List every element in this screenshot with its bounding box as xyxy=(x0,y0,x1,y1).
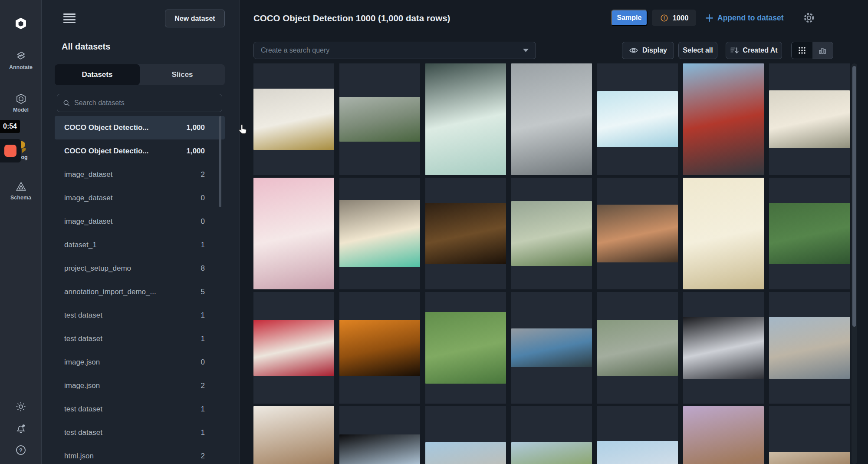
dataset-list: COCO Object Detectio...1,000 COCO Object… xyxy=(55,116,225,464)
grid-scrollbar-thumb[interactable] xyxy=(852,66,856,327)
thumbnail-photo xyxy=(253,406,334,464)
image-tile[interactable] xyxy=(425,292,506,404)
panel-tabs: Datasets Slices xyxy=(55,64,225,85)
tab-datasets[interactable]: Datasets xyxy=(55,64,140,85)
help-icon: ? xyxy=(15,444,27,456)
thumbnail-photo xyxy=(683,317,764,379)
image-tile[interactable] xyxy=(339,178,420,289)
dataset-list-item[interactable]: test dataset1 xyxy=(55,398,225,421)
sidebar-item-annotate[interactable]: Annotate xyxy=(0,50,42,70)
image-tile[interactable] xyxy=(339,292,420,404)
image-tile[interactable] xyxy=(511,292,592,404)
search-query-dropdown[interactable]: Create a search query xyxy=(253,42,536,59)
dataset-list-item[interactable]: project_setup_demo8 xyxy=(55,257,225,280)
dataset-list-item[interactable]: html.json2 xyxy=(55,444,225,464)
help-button[interactable]: ? xyxy=(0,444,42,456)
image-tile[interactable] xyxy=(597,63,678,175)
image-tile[interactable] xyxy=(253,178,334,289)
image-tile[interactable] xyxy=(769,63,850,175)
image-tile[interactable] xyxy=(511,406,592,464)
dataset-search-input[interactable] xyxy=(74,99,217,107)
image-tile[interactable] xyxy=(683,292,764,404)
thumbnail-photo xyxy=(339,320,420,376)
image-tile[interactable] xyxy=(339,63,420,175)
thumbnail-photo xyxy=(339,97,420,142)
image-tile[interactable] xyxy=(253,406,334,464)
notifications-button[interactable] xyxy=(0,422,42,434)
thumbnail-photo xyxy=(683,178,764,289)
dataset-list-item[interactable]: annotation_import_demo_...5 xyxy=(55,280,225,304)
theme-toggle-button[interactable] xyxy=(0,401,42,413)
dataset-list-item[interactable]: image_dataset2 xyxy=(55,163,225,186)
grid-scrollbar-track[interactable] xyxy=(852,63,857,464)
annotate-label: Annotate xyxy=(9,64,33,70)
tab-slices[interactable]: Slices xyxy=(140,64,225,85)
image-tile[interactable] xyxy=(511,63,592,175)
thumbnail-photo xyxy=(769,317,850,379)
menu-icon[interactable] xyxy=(63,13,76,23)
recording-stop-button[interactable] xyxy=(0,139,21,162)
dataset-list-item[interactable]: image_dataset0 xyxy=(55,210,225,233)
display-button[interactable]: Display xyxy=(622,42,674,59)
append-to-dataset-button[interactable]: Append to dataset xyxy=(705,10,784,26)
thumbnail-photo xyxy=(253,178,334,289)
image-tile[interactable] xyxy=(339,406,420,464)
dataset-list-item[interactable]: test dataset1 xyxy=(55,304,225,327)
dataset-list-item[interactable]: test dataset1 xyxy=(55,327,225,351)
dataset-list-item[interactable]: test dataset1 xyxy=(55,421,225,444)
page-title: COCO Object Detection 1000 (1,000 data r… xyxy=(253,13,450,23)
model-icon xyxy=(15,93,27,105)
sun-icon xyxy=(15,401,27,413)
thumbnail-photo xyxy=(769,452,850,464)
model-label: Model xyxy=(13,107,29,113)
dataset-list-item[interactable]: image.json2 xyxy=(55,374,225,398)
image-tile[interactable] xyxy=(769,292,850,404)
panel-scrollbar[interactable] xyxy=(219,116,221,207)
panel-title: All datasets xyxy=(62,42,110,52)
analytics-view-button[interactable] xyxy=(812,42,833,59)
thumbnail-photo xyxy=(769,203,850,264)
sample-button[interactable]: Sample xyxy=(611,10,648,26)
thumbnail-photo xyxy=(683,406,764,464)
thumbnail-photo xyxy=(425,203,506,264)
image-tile[interactable] xyxy=(511,178,592,289)
image-tile[interactable] xyxy=(597,292,678,404)
datasets-panel: New dataset All datasets Datasets Slices… xyxy=(42,0,240,464)
image-tile[interactable] xyxy=(597,406,678,464)
image-tile[interactable] xyxy=(597,178,678,289)
settings-button[interactable] xyxy=(802,11,815,26)
grid-view-button[interactable] xyxy=(792,42,812,59)
image-grid xyxy=(253,63,850,464)
row-count-badge[interactable]: 1000 xyxy=(652,10,696,26)
dataset-list-item[interactable]: image_dataset0 xyxy=(55,186,225,210)
image-tile[interactable] xyxy=(769,406,850,464)
image-tile[interactable] xyxy=(253,292,334,404)
sort-icon xyxy=(730,46,739,54)
dataset-list-item[interactable]: COCO Object Detectio...1,000 xyxy=(55,116,225,139)
thumbnail-photo xyxy=(597,91,678,147)
sidebar-item-model[interactable]: Model xyxy=(0,93,42,113)
image-tile[interactable] xyxy=(425,63,506,175)
image-tile[interactable] xyxy=(683,63,764,175)
schema-label: Schema xyxy=(10,195,31,201)
dataset-list-item[interactable]: COCO Object Detectio...1,000 xyxy=(55,139,225,163)
thumbnail-photo xyxy=(425,312,506,383)
image-tile[interactable] xyxy=(425,178,506,289)
dataset-list-item[interactable]: image.json0 xyxy=(55,351,225,374)
select-all-button[interactable]: Select all xyxy=(678,42,717,59)
image-tile[interactable] xyxy=(683,178,764,289)
app-logo-icon[interactable] xyxy=(14,17,28,30)
dataset-list-item[interactable]: dataset_11 xyxy=(55,233,225,257)
thumbnail-photo xyxy=(511,442,592,464)
thumbnail-photo xyxy=(339,200,420,267)
new-dataset-button[interactable]: New dataset xyxy=(165,10,225,27)
nav-rail: Annotate Model 0:54 alog Schema xyxy=(0,0,42,464)
image-tile[interactable] xyxy=(425,406,506,464)
image-tile[interactable] xyxy=(253,63,334,175)
image-tile[interactable] xyxy=(683,406,764,464)
image-tile[interactable] xyxy=(769,178,850,289)
search-icon xyxy=(62,99,70,107)
sidebar-item-schema[interactable]: Schema xyxy=(0,181,42,201)
search-query-placeholder: Create a search query xyxy=(261,46,523,54)
sort-created-at-button[interactable]: Created At xyxy=(726,42,782,59)
